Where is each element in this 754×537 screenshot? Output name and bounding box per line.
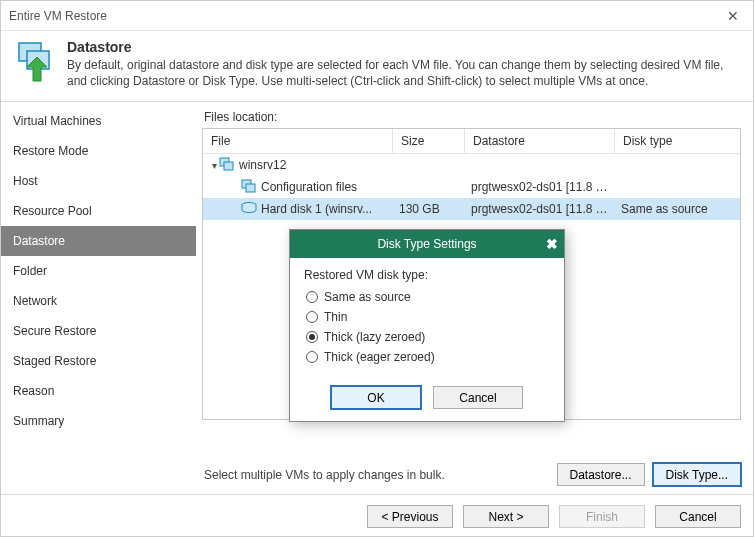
radio-thick-eager-zeroed-[interactable]: Thick (eager zeroed)	[304, 348, 550, 368]
titlebar: Entire VM Restore ✕	[1, 1, 753, 31]
file-disk-type: Same as source	[615, 202, 740, 216]
file-name: Hard disk 1 (winsrv...	[261, 202, 372, 216]
radio-thin[interactable]: Thin	[304, 308, 550, 328]
radio-icon	[306, 311, 318, 323]
radio-label: Thin	[324, 310, 347, 324]
expander-icon[interactable]: ▾	[209, 160, 219, 171]
hd-icon	[241, 202, 257, 217]
wizard-footer: < Previous Next > Finish Cancel	[1, 494, 753, 537]
table-row[interactable]: Hard disk 1 (winsrv...130 GBprgtwesx02-d…	[203, 198, 740, 220]
radio-icon	[306, 291, 318, 303]
cfg-icon	[241, 179, 257, 196]
tree-header: File Size Datastore Disk type	[203, 129, 740, 154]
sidebar-item-staged-restore[interactable]: Staged Restore	[1, 346, 196, 376]
cancel-button[interactable]: Cancel	[655, 505, 741, 528]
disk-type-settings-dialog: Disk Type Settings ✖ Restored VM disk ty…	[289, 229, 565, 422]
vm-icon	[219, 157, 235, 174]
sidebar-item-datastore[interactable]: Datastore	[1, 226, 196, 256]
window-title: Entire VM Restore	[9, 9, 721, 23]
disk-type-button[interactable]: Disk Type...	[653, 463, 741, 486]
radio-label: Thick (eager zeroed)	[324, 350, 435, 364]
col-datastore[interactable]: Datastore	[465, 129, 615, 153]
sidebar-item-resource-pool[interactable]: Resource Pool	[1, 196, 196, 226]
radio-label: Thick (lazy zeroed)	[324, 330, 425, 344]
files-location-label: Files location:	[204, 110, 741, 124]
dialog-ok-button[interactable]: OK	[331, 386, 421, 409]
svg-rect-5	[246, 184, 255, 192]
file-datastore: prgtwesx02-ds01 [11.8 TB...	[465, 202, 615, 216]
sidebar-item-virtual-machines[interactable]: Virtual Machines	[1, 106, 196, 136]
wizard-sidebar: Virtual MachinesRestore ModeHostResource…	[1, 102, 196, 494]
dialog-close-icon[interactable]: ✖	[546, 230, 558, 258]
file-name: Configuration files	[261, 180, 357, 194]
dialog-title: Disk Type Settings ✖	[290, 230, 564, 258]
file-size: 130 GB	[393, 202, 465, 216]
radio-label: Same as source	[324, 290, 411, 304]
datastore-arrow-icon	[13, 39, 57, 83]
sidebar-item-secure-restore[interactable]: Secure Restore	[1, 316, 196, 346]
sidebar-item-folder[interactable]: Folder	[1, 256, 196, 286]
page-title: Datastore	[67, 39, 741, 55]
page-description: By default, original datastore and disk …	[67, 57, 741, 89]
radio-thick-lazy-zeroed-[interactable]: Thick (lazy zeroed)	[304, 328, 550, 348]
col-file[interactable]: File	[203, 129, 393, 153]
dialog-cancel-button[interactable]: Cancel	[433, 386, 523, 409]
sidebar-item-summary[interactable]: Summary	[1, 406, 196, 436]
finish-button: Finish	[559, 505, 645, 528]
table-row[interactable]: Configuration filesprgtwesx02-ds01 [11.8…	[203, 176, 740, 198]
table-row[interactable]: ▾winsrv12	[203, 154, 740, 176]
radio-same-as-source[interactable]: Same as source	[304, 288, 550, 308]
svg-rect-3	[224, 162, 233, 170]
sidebar-item-restore-mode[interactable]: Restore Mode	[1, 136, 196, 166]
col-size[interactable]: Size	[393, 129, 465, 153]
radio-icon	[306, 351, 318, 363]
file-datastore: prgtwesx02-ds01 [11.8 TB...	[465, 180, 615, 194]
datastore-button[interactable]: Datastore...	[557, 463, 645, 486]
page-header: Datastore By default, original datastore…	[1, 31, 753, 102]
sidebar-item-reason[interactable]: Reason	[1, 376, 196, 406]
file-name: winsrv12	[239, 158, 286, 172]
dialog-title-text: Disk Type Settings	[377, 237, 476, 251]
previous-button[interactable]: < Previous	[367, 505, 453, 528]
bulk-hint: Select multiple VMs to apply changes in …	[204, 468, 445, 482]
radio-icon	[306, 331, 318, 343]
close-icon[interactable]: ✕	[721, 8, 745, 24]
next-button[interactable]: Next >	[463, 505, 549, 528]
sidebar-item-network[interactable]: Network	[1, 286, 196, 316]
sidebar-item-host[interactable]: Host	[1, 166, 196, 196]
restored-disk-type-label: Restored VM disk type:	[304, 268, 550, 282]
col-disk-type[interactable]: Disk type	[615, 129, 740, 153]
